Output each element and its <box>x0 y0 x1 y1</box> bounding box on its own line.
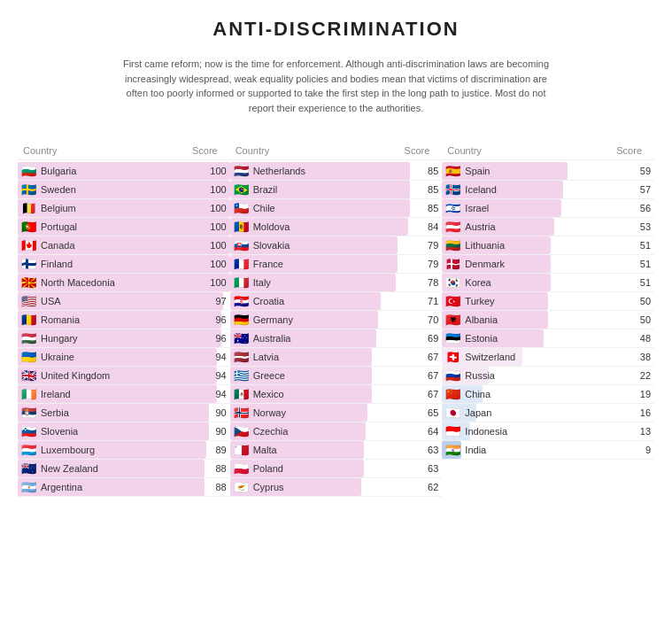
country-name: Chile <box>253 203 275 213</box>
country-name: France <box>253 259 283 269</box>
country-name: Slovenia <box>41 426 78 437</box>
table-row: 🇱🇻Latvia67 <box>230 348 443 367</box>
score-value: 79 <box>416 259 438 269</box>
table-row: 🇦🇷Argentina88 <box>18 478 230 497</box>
country-name: Australia <box>253 333 291 344</box>
country-name: Moldova <box>253 221 290 232</box>
flag-icon: 🇮🇳 <box>445 444 460 456</box>
table-row: 🇮🇸Iceland57 <box>442 181 654 199</box>
score-value: 100 <box>205 166 227 176</box>
flag-icon: 🇱🇺 <box>21 444 36 456</box>
country-name: Sweden <box>41 184 76 195</box>
table-row: 🇮🇹Italy78 <box>230 274 443 292</box>
score-value: 19 <box>629 389 651 399</box>
flag-icon: 🇨🇦 <box>21 239 36 252</box>
flag-icon: 🇮🇹 <box>234 276 249 289</box>
table-row: 🇨🇳China19 <box>442 385 654 404</box>
country-name: Iceland <box>465 184 496 195</box>
flag-icon: 🇦🇹 <box>445 221 460 233</box>
col-country-label: Country <box>447 145 482 156</box>
country-name: United Kingdom <box>41 370 110 381</box>
score-value: 51 <box>629 259 651 269</box>
table-row: 🇷🇴Romania96 <box>18 311 230 329</box>
country-name: India <box>465 445 486 455</box>
score-value: 94 <box>205 370 227 381</box>
score-value: 59 <box>629 166 651 176</box>
score-value: 63 <box>416 463 438 474</box>
country-name: Norway <box>253 407 286 418</box>
country-name: China <box>465 389 490 399</box>
score-value: 63 <box>416 445 438 455</box>
score-value: 85 <box>416 203 438 213</box>
table-row: 🇪🇪Estonia48 <box>442 329 654 348</box>
score-value: 96 <box>205 314 227 325</box>
col-header-0: CountryScore <box>18 142 230 160</box>
country-name: Finland <box>41 259 73 269</box>
country-name: Cyprus <box>253 482 284 492</box>
score-value: 9 <box>629 445 651 455</box>
country-name: Germany <box>253 314 293 325</box>
score-value: 90 <box>205 407 227 418</box>
country-name: Luxembourg <box>41 445 95 455</box>
flag-icon: 🇨🇭 <box>445 351 460 363</box>
flag-icon: 🇱🇻 <box>234 351 249 363</box>
data-columns: CountryScore🇧🇬Bulgaria100🇸🇪Sweden100🇧🇪Be… <box>18 142 654 497</box>
country-name: New Zealand <box>41 463 98 474</box>
col-score-label: Score <box>616 145 642 156</box>
score-value: 96 <box>205 333 227 344</box>
subtitle-text: First came reform; now is the time for e… <box>115 57 558 115</box>
flag-icon: 🇭🇷 <box>234 295 249 307</box>
country-name: Argentina <box>41 482 82 492</box>
flag-icon: 🇱🇹 <box>445 239 460 252</box>
country-name: Russia <box>465 370 495 381</box>
country-name: Romania <box>41 314 80 325</box>
score-value: 51 <box>629 277 651 288</box>
table-row: 🇸🇰Slovakia79 <box>230 236 443 255</box>
country-name: Bulgaria <box>41 166 76 176</box>
column-1: CountryScore🇳🇱Netherlands85🇧🇷Brazil85🇨🇱C… <box>230 142 443 497</box>
country-name: Greece <box>253 370 285 381</box>
score-value: 100 <box>205 240 227 251</box>
score-value: 57 <box>629 184 651 195</box>
flag-icon: 🇲🇩 <box>234 221 249 233</box>
table-row: 🇹🇷Turkey50 <box>442 292 654 311</box>
flag-icon: 🇧🇬 <box>21 165 36 177</box>
score-value: 90 <box>205 426 227 437</box>
flag-icon: 🇸🇪 <box>21 183 36 196</box>
score-value: 85 <box>416 166 438 176</box>
table-row: 🇨🇾Cyprus62 <box>230 478 443 497</box>
column-2: CountryScore🇪🇸Spain59🇮🇸Iceland57🇮🇱Israel… <box>442 142 654 460</box>
table-row: 🇧🇷Brazil85 <box>230 181 443 199</box>
flag-icon: 🇷🇸 <box>21 407 36 419</box>
table-row: 🇰🇷Korea51 <box>442 274 654 292</box>
country-name: Belgium <box>41 203 76 213</box>
country-name: North Macedonia <box>41 277 115 288</box>
table-row: 🇬🇧United Kingdom94 <box>18 367 230 385</box>
table-row: 🇲🇽Mexico67 <box>230 385 443 404</box>
table-row: 🇨🇿Czechia64 <box>230 422 443 441</box>
country-name: Ukraine <box>41 352 74 362</box>
score-value: 51 <box>629 240 651 251</box>
score-value: 84 <box>416 221 438 232</box>
col-score-label: Score <box>405 145 430 156</box>
score-value: 67 <box>416 352 438 362</box>
country-name: Austria <box>465 221 495 232</box>
score-value: 48 <box>629 333 651 344</box>
table-row: 🇺🇸USA97 <box>18 292 230 311</box>
flag-icon: 🇪🇪 <box>445 332 460 345</box>
score-value: 100 <box>205 203 227 213</box>
flag-icon: 🇰🇷 <box>445 276 460 289</box>
score-value: 38 <box>629 352 651 362</box>
table-row: 🇱🇺Luxembourg89 <box>18 441 230 460</box>
flag-icon: 🇨🇳 <box>445 388 460 400</box>
column-0: CountryScore🇧🇬Bulgaria100🇸🇪Sweden100🇧🇪Be… <box>18 142 230 497</box>
score-value: 100 <box>205 221 227 232</box>
flag-icon: 🇮🇩 <box>445 425 460 438</box>
country-name: Poland <box>253 463 283 474</box>
flag-icon: 🇵🇱 <box>234 462 249 475</box>
table-row: 🇸🇪Sweden100 <box>18 181 230 199</box>
flag-icon: 🇸🇮 <box>21 425 36 438</box>
score-value: 94 <box>205 352 227 362</box>
table-row: 🇬🇷Greece67 <box>230 367 443 385</box>
flag-icon: 🇹🇷 <box>445 295 460 307</box>
